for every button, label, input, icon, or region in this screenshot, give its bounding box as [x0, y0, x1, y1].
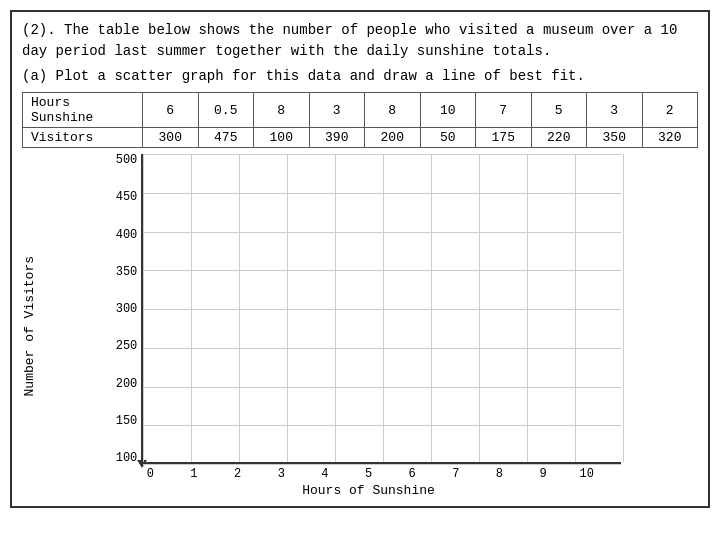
hours-1: 6 — [143, 93, 199, 128]
grid-line-v — [383, 154, 384, 462]
hours-8: 5 — [531, 93, 587, 128]
hours-10: 2 — [642, 93, 698, 128]
grid-line-h — [143, 154, 621, 155]
x-tick-9: 9 — [521, 467, 565, 481]
x-tick-7: 7 — [434, 467, 478, 481]
row2-label: Visitors — [23, 128, 143, 148]
y-tick-350: 350 — [116, 266, 138, 278]
y-tick-100: 100 — [116, 452, 138, 464]
visitors-1: 300 — [143, 128, 199, 148]
part-a-text: (a) Plot a scatter graph for this data a… — [22, 68, 698, 84]
y-tick-150: 150 — [116, 415, 138, 427]
x-tick-0: 0 — [129, 467, 173, 481]
grid-line-h — [143, 232, 621, 233]
grid-line-h — [143, 348, 621, 349]
grid-line-h — [143, 270, 621, 271]
grid-line-v — [527, 154, 528, 462]
table-row-visitors: Visitors 300 475 100 390 200 50 175 220 … — [23, 128, 698, 148]
x-tick-4: 4 — [303, 467, 347, 481]
visitors-5: 200 — [365, 128, 421, 148]
grid-line-v — [335, 154, 336, 462]
table-row-hours: Hours Sunshine 6 0.5 8 3 8 10 7 5 3 2 — [23, 93, 698, 128]
grid-line-v — [143, 154, 144, 462]
hours-6: 10 — [420, 93, 476, 128]
data-table: Hours Sunshine 6 0.5 8 3 8 10 7 5 3 2 Vi… — [22, 92, 698, 148]
x-axis-label: Hours of Sunshine — [302, 483, 435, 498]
visitors-3: 100 — [254, 128, 310, 148]
x-tick-8: 8 — [478, 467, 522, 481]
hours-9: 3 — [587, 93, 643, 128]
grid-line-v — [623, 154, 624, 462]
visitors-7: 175 — [476, 128, 532, 148]
visitors-6: 50 — [420, 128, 476, 148]
chart-area: Number of Visitors 100 150 200 250 300 3… — [22, 154, 698, 498]
grid-line-h — [143, 309, 621, 310]
chart-inner: 100 150 200 250 300 350 400 450 500 0 1 — [39, 154, 698, 498]
y-tick-450: 450 — [116, 191, 138, 203]
problem-text-body: The table below shows the number of peop… — [22, 22, 677, 59]
y-tick-500: 500 — [116, 154, 138, 166]
visitors-8: 220 — [531, 128, 587, 148]
visitors-4: 390 — [309, 128, 365, 148]
y-tick-200: 200 — [116, 378, 138, 390]
grid-line-h — [143, 193, 621, 194]
y-axis-label: Number of Visitors — [22, 256, 37, 396]
grid-line-h — [143, 464, 621, 465]
hours-2: 0.5 — [198, 93, 254, 128]
y-tick-400: 400 — [116, 229, 138, 241]
grid-line-v — [479, 154, 480, 462]
grid-line-h — [143, 425, 621, 426]
hours-7: 7 — [476, 93, 532, 128]
grid-line-v — [431, 154, 432, 462]
x-tick-1: 1 — [172, 467, 216, 481]
grid-line-v — [191, 154, 192, 462]
visitors-9: 350 — [587, 128, 643, 148]
y-tick-250: 250 — [116, 340, 138, 352]
x-tick-2: 2 — [216, 467, 260, 481]
problem-description: (2). The table below shows the number of… — [22, 20, 698, 62]
problem-number: (2). — [22, 22, 56, 38]
grid-line-h — [143, 387, 621, 388]
chart-with-yaxis: 100 150 200 250 300 350 400 450 500 — [116, 154, 622, 464]
y-tick-300: 300 — [116, 303, 138, 315]
visitors-10: 320 — [642, 128, 698, 148]
hours-5: 8 — [365, 93, 421, 128]
x-ticks: 0 1 2 3 4 5 6 7 8 9 10 — [129, 467, 609, 481]
grid-line-v — [287, 154, 288, 462]
x-tick-10: 10 — [565, 467, 609, 481]
row1-label: Hours Sunshine — [23, 93, 143, 128]
x-tick-3: 3 — [259, 467, 303, 481]
visitors-2: 475 — [198, 128, 254, 148]
x-tick-5: 5 — [347, 467, 391, 481]
grid-line-v — [239, 154, 240, 462]
x-tick-6: 6 — [390, 467, 434, 481]
grid-container — [141, 154, 621, 464]
hours-3: 8 — [254, 93, 310, 128]
grid-line-v — [575, 154, 576, 462]
hours-4: 3 — [309, 93, 365, 128]
problem-container: (2). The table below shows the number of… — [10, 10, 710, 508]
y-ticks: 100 150 200 250 300 350 400 450 500 — [116, 154, 138, 464]
